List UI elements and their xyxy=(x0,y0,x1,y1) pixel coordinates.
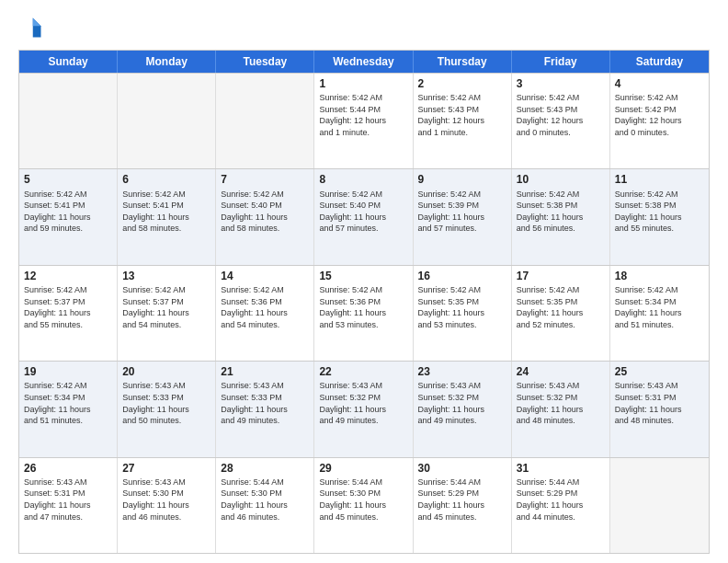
calendar-day-9: 9Sunrise: 5:42 AMSunset: 5:39 PMDaylight… xyxy=(414,169,512,264)
calendar-day-12: 12Sunrise: 5:42 AMSunset: 5:37 PMDayligh… xyxy=(19,266,118,361)
calendar-day-16: 16Sunrise: 5:42 AMSunset: 5:35 PMDayligh… xyxy=(414,266,512,361)
calendar-day-24: 24Sunrise: 5:43 AMSunset: 5:32 PMDayligh… xyxy=(512,362,610,456)
header-day-monday: Monday xyxy=(118,51,216,73)
day-number: 27 xyxy=(122,461,210,476)
svg-marker-1 xyxy=(33,18,41,27)
day-number: 9 xyxy=(418,172,506,187)
calendar-empty-cell xyxy=(118,74,216,168)
day-number: 16 xyxy=(418,269,506,283)
day-info: Sunrise: 5:42 AMSunset: 5:38 PMDaylight:… xyxy=(615,189,704,235)
day-info: Sunrise: 5:43 AMSunset: 5:31 PMDaylight:… xyxy=(615,380,704,426)
calendar-day-27: 27Sunrise: 5:43 AMSunset: 5:30 PMDayligh… xyxy=(118,458,216,553)
day-number: 4 xyxy=(615,76,704,91)
day-info: Sunrise: 5:42 AMSunset: 5:42 PMDaylight:… xyxy=(615,92,704,138)
calendar-day-17: 17Sunrise: 5:42 AMSunset: 5:35 PMDayligh… xyxy=(512,266,610,361)
calendar-day-2: 2Sunrise: 5:42 AMSunset: 5:43 PMDaylight… xyxy=(414,74,512,168)
day-info: Sunrise: 5:43 AMSunset: 5:32 PMDaylight:… xyxy=(319,380,407,426)
calendar-week-2: 5Sunrise: 5:42 AMSunset: 5:41 PMDaylight… xyxy=(19,168,709,264)
day-number: 17 xyxy=(517,269,605,283)
day-info: Sunrise: 5:43 AMSunset: 5:32 PMDaylight:… xyxy=(418,380,506,426)
calendar-day-29: 29Sunrise: 5:44 AMSunset: 5:30 PMDayligh… xyxy=(314,458,413,553)
calendar-day-21: 21Sunrise: 5:43 AMSunset: 5:33 PMDayligh… xyxy=(216,362,314,456)
calendar-day-5: 5Sunrise: 5:42 AMSunset: 5:41 PMDaylight… xyxy=(19,169,118,264)
day-number: 7 xyxy=(221,172,309,187)
header-day-saturday: Saturday xyxy=(610,51,709,73)
calendar-day-31: 31Sunrise: 5:44 AMSunset: 5:29 PMDayligh… xyxy=(512,458,610,553)
day-info: Sunrise: 5:42 AMSunset: 5:41 PMDaylight:… xyxy=(24,189,112,235)
day-number: 1 xyxy=(319,76,407,91)
calendar-day-30: 30Sunrise: 5:44 AMSunset: 5:29 PMDayligh… xyxy=(414,458,512,553)
day-info: Sunrise: 5:43 AMSunset: 5:33 PMDaylight:… xyxy=(221,380,309,426)
day-number: 26 xyxy=(24,461,112,476)
day-info: Sunrise: 5:42 AMSunset: 5:41 PMDaylight:… xyxy=(122,189,210,235)
day-info: Sunrise: 5:43 AMSunset: 5:30 PMDaylight:… xyxy=(122,477,210,523)
day-info: Sunrise: 5:42 AMSunset: 5:34 PMDaylight:… xyxy=(24,380,112,426)
day-number: 20 xyxy=(122,364,210,379)
calendar-day-3: 3Sunrise: 5:42 AMSunset: 5:43 PMDaylight… xyxy=(512,74,610,168)
day-number: 10 xyxy=(517,172,605,187)
header-day-thursday: Thursday xyxy=(414,51,512,73)
day-info: Sunrise: 5:42 AMSunset: 5:35 PMDaylight:… xyxy=(517,284,605,330)
day-info: Sunrise: 5:44 AMSunset: 5:30 PMDaylight:… xyxy=(319,477,407,523)
calendar-day-22: 22Sunrise: 5:43 AMSunset: 5:32 PMDayligh… xyxy=(314,362,413,456)
calendar-day-26: 26Sunrise: 5:43 AMSunset: 5:31 PMDayligh… xyxy=(19,458,118,553)
day-number: 12 xyxy=(24,269,112,283)
day-info: Sunrise: 5:42 AMSunset: 5:36 PMDaylight:… xyxy=(221,284,309,330)
calendar-day-13: 13Sunrise: 5:42 AMSunset: 5:37 PMDayligh… xyxy=(118,266,216,361)
calendar-day-18: 18Sunrise: 5:42 AMSunset: 5:34 PMDayligh… xyxy=(610,266,709,361)
day-info: Sunrise: 5:42 AMSunset: 5:37 PMDaylight:… xyxy=(24,284,112,330)
day-number: 18 xyxy=(615,269,704,283)
calendar: SundayMondayTuesdayWednesdayThursdayFrid… xyxy=(18,50,710,554)
calendar-day-23: 23Sunrise: 5:43 AMSunset: 5:32 PMDayligh… xyxy=(414,362,512,456)
day-info: Sunrise: 5:42 AMSunset: 5:40 PMDaylight:… xyxy=(319,189,407,235)
calendar-day-15: 15Sunrise: 5:42 AMSunset: 5:36 PMDayligh… xyxy=(314,266,413,361)
calendar-empty-cell xyxy=(216,74,314,168)
day-info: Sunrise: 5:43 AMSunset: 5:33 PMDaylight:… xyxy=(122,380,210,426)
header-day-wednesday: Wednesday xyxy=(314,51,413,73)
calendar-week-3: 12Sunrise: 5:42 AMSunset: 5:37 PMDayligh… xyxy=(19,265,709,361)
calendar-day-8: 8Sunrise: 5:42 AMSunset: 5:40 PMDaylight… xyxy=(314,169,413,264)
day-info: Sunrise: 5:42 AMSunset: 5:43 PMDaylight:… xyxy=(517,92,605,138)
day-number: 28 xyxy=(221,461,309,476)
day-info: Sunrise: 5:42 AMSunset: 5:39 PMDaylight:… xyxy=(418,189,506,235)
day-info: Sunrise: 5:42 AMSunset: 5:37 PMDaylight:… xyxy=(122,284,210,330)
day-number: 3 xyxy=(517,76,605,91)
day-number: 6 xyxy=(122,172,210,187)
header-day-sunday: Sunday xyxy=(19,51,118,73)
day-number: 15 xyxy=(319,269,407,283)
day-number: 29 xyxy=(319,461,407,476)
day-info: Sunrise: 5:43 AMSunset: 5:31 PMDaylight:… xyxy=(24,477,112,523)
day-number: 22 xyxy=(319,364,407,379)
day-info: Sunrise: 5:42 AMSunset: 5:40 PMDaylight:… xyxy=(221,189,309,235)
day-number: 21 xyxy=(221,364,309,379)
day-number: 31 xyxy=(517,461,605,476)
day-number: 14 xyxy=(221,269,309,283)
day-info: Sunrise: 5:42 AMSunset: 5:43 PMDaylight:… xyxy=(418,92,506,138)
day-info: Sunrise: 5:42 AMSunset: 5:35 PMDaylight:… xyxy=(418,284,506,330)
header xyxy=(18,15,710,40)
logo xyxy=(18,15,48,40)
day-info: Sunrise: 5:43 AMSunset: 5:32 PMDaylight:… xyxy=(517,380,605,426)
day-info: Sunrise: 5:42 AMSunset: 5:34 PMDaylight:… xyxy=(615,284,704,330)
calendar-day-6: 6Sunrise: 5:42 AMSunset: 5:41 PMDaylight… xyxy=(118,169,216,264)
calendar-day-1: 1Sunrise: 5:42 AMSunset: 5:44 PMDaylight… xyxy=(314,74,413,168)
day-number: 11 xyxy=(615,172,704,187)
calendar-day-4: 4Sunrise: 5:42 AMSunset: 5:42 PMDaylight… xyxy=(610,74,709,168)
day-info: Sunrise: 5:42 AMSunset: 5:44 PMDaylight:… xyxy=(319,92,407,138)
logo-icon xyxy=(18,15,44,40)
day-number: 24 xyxy=(517,364,605,379)
day-number: 19 xyxy=(24,364,112,379)
calendar-week-1: 1Sunrise: 5:42 AMSunset: 5:44 PMDaylight… xyxy=(19,73,709,168)
day-info: Sunrise: 5:42 AMSunset: 5:36 PMDaylight:… xyxy=(319,284,407,330)
day-info: Sunrise: 5:44 AMSunset: 5:29 PMDaylight:… xyxy=(418,477,506,523)
calendar-day-25: 25Sunrise: 5:43 AMSunset: 5:31 PMDayligh… xyxy=(610,362,709,456)
header-day-tuesday: Tuesday xyxy=(216,51,314,73)
day-info: Sunrise: 5:44 AMSunset: 5:29 PMDaylight:… xyxy=(517,477,605,523)
calendar-empty-cell xyxy=(19,74,118,168)
day-number: 8 xyxy=(319,172,407,187)
calendar-body: 1Sunrise: 5:42 AMSunset: 5:44 PMDaylight… xyxy=(19,73,709,553)
calendar-day-20: 20Sunrise: 5:43 AMSunset: 5:33 PMDayligh… xyxy=(118,362,216,456)
calendar-day-11: 11Sunrise: 5:42 AMSunset: 5:38 PMDayligh… xyxy=(610,169,709,264)
calendar-empty-cell xyxy=(610,458,709,553)
day-number: 5 xyxy=(24,172,112,187)
